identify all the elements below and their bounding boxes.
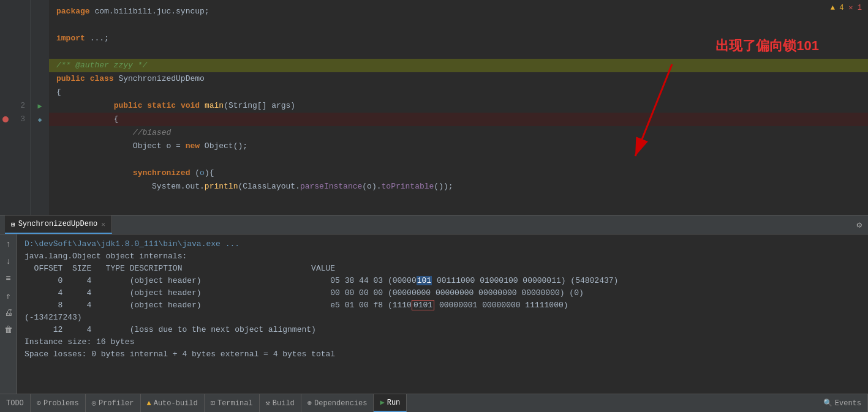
gutter-10 <box>31 126 49 140</box>
editor-area: ▲ 4 ✕ 1 2 3 <box>0 0 868 215</box>
code-line-12 <box>49 153 868 167</box>
terminal-line-4: 0 4 (object header) 05 38 44 03 (0000010… <box>25 275 861 287</box>
events-search[interactable]: 🔍 Events <box>817 394 868 412</box>
gear-icon[interactable]: ⚙ <box>857 220 862 230</box>
code-line-9: { <box>49 113 868 126</box>
terminal-line-10: Space losses: 0 bytes internal + 4 bytes… <box>25 348 861 361</box>
gutter-6 <box>31 72 49 86</box>
terminal-header: ⊞ SynchronizedUpDemo ✕ ⚙ <box>0 215 868 234</box>
line-num-8: 2 <box>0 99 30 113</box>
line-num-2 <box>0 18 30 32</box>
profiler-label: Profiler <box>99 399 134 408</box>
gutter: ▶ ◆ <box>31 0 49 215</box>
terminal-line-9: Instance size: 16 bytes <box>25 336 861 348</box>
print-icon[interactable]: 🖨 <box>2 307 15 319</box>
boxed-101: 0101 <box>412 300 434 310</box>
code-line-3: import ...; <box>49 32 868 45</box>
code-line-2 <box>49 18 868 32</box>
terminal-tab-syncup[interactable]: ⊞ SynchronizedUpDemo ✕ <box>5 215 112 234</box>
gutter-9: ◆ <box>31 113 49 126</box>
build-label: Build <box>273 399 295 408</box>
terminal-line-3: OFFSET SIZE TYPE DESCRIPTION VALUE <box>25 263 861 275</box>
breakpoint-indicator <box>2 116 9 122</box>
code-line-14: System.out.println(ClassLayout.parseInst… <box>49 180 868 193</box>
line-num-10 <box>0 126 30 140</box>
line-num-4 <box>0 45 30 59</box>
profiler-tab[interactable]: ◎ Profiler <box>86 394 141 412</box>
line-num-6 <box>0 72 30 86</box>
problems-tab[interactable]: ⊙ Problems <box>31 394 86 412</box>
build-tab[interactable]: ⚒ Build <box>260 394 301 412</box>
dependencies-icon: ⊛ <box>308 399 312 408</box>
line-num-12 <box>0 153 30 167</box>
terminal-line-2: java.lang.Object object internals: <box>25 250 861 263</box>
highlighted-101: 101 <box>417 276 432 285</box>
code-line-6: public class SynchronizedUpDemo <box>49 72 868 86</box>
line-num-11 <box>0 140 30 153</box>
autobuild-tab[interactable]: ▲ Auto-build <box>141 394 205 412</box>
status-bar: TODO ⊙ Problems ◎ Profiler ▲ Auto-build … <box>0 394 868 412</box>
gutter-2 <box>31 18 49 32</box>
line-num-5 <box>0 59 30 72</box>
run-tab[interactable]: ▶ Run <box>374 394 407 412</box>
terminal-label: Terminal <box>217 399 253 408</box>
todo-label: TODO <box>6 399 24 408</box>
terminal-tab-close[interactable]: ✕ <box>101 220 105 228</box>
gutter-4 <box>31 45 49 59</box>
events-label: Events <box>835 399 861 408</box>
line-num-14 <box>0 180 30 193</box>
line-num-1 <box>0 5 30 18</box>
gutter-5 <box>31 59 49 72</box>
code-line-8: public static void main(String[] args) <box>49 99 868 113</box>
soft-wrap-icon[interactable]: ≡ <box>2 272 15 285</box>
autobuild-label: Auto-build <box>154 399 198 408</box>
terminal-content: D:\devSoft\Java\jdk1.8.0_111\bin\java.ex… <box>17 234 868 394</box>
terminal-tab-icon: ⊞ <box>11 220 15 228</box>
line-num-3 <box>0 32 30 45</box>
run-icon: ▶ <box>380 398 384 407</box>
problems-icon: ⊙ <box>37 399 41 408</box>
profiler-icon: ◎ <box>92 399 96 408</box>
problems-label: Problems <box>43 399 79 408</box>
line-num-13 <box>0 167 30 180</box>
gutter-1 <box>31 5 49 18</box>
delete-icon[interactable]: 🗑 <box>2 324 15 336</box>
terminal-icon: ⊡ <box>211 399 215 408</box>
terminal-line-1: D:\devSoft\Java\jdk1.8.0_111\bin\java.ex… <box>25 238 861 250</box>
autobuild-icon: ▲ <box>147 399 151 408</box>
code-line-4 <box>49 45 868 59</box>
code-lines: package com.bilibili.juc.syncup; import … <box>49 0 868 215</box>
run-label: Run <box>387 399 401 407</box>
code-line-1: package com.bilibili.juc.syncup; <box>49 5 868 18</box>
gutter-run-2[interactable]: ▶ <box>31 99 49 113</box>
dependencies-label: Dependencies <box>314 399 367 408</box>
align-icon[interactable]: ⇑ <box>2 290 15 302</box>
code-line-7: { <box>49 86 868 99</box>
scroll-up-icon[interactable]: ↑ <box>2 238 15 250</box>
top-right-indicators: ▲ 4 ✕ 1 <box>831 3 862 12</box>
terminal-line-5: 4 4 (object header) 00 00 00 00 (0000000… <box>25 287 861 299</box>
code-container: 2 3 ▶ ◆ <box>0 0 868 215</box>
gutter-11 <box>31 140 49 153</box>
warning-count: ▲ 4 <box>831 4 844 12</box>
terminal-line-6: 8 4 (object header) e5 01 00 f8 (1110010… <box>25 299 861 312</box>
line-num-7 <box>0 86 30 99</box>
error-count: ✕ 1 <box>848 3 862 12</box>
todo-tab[interactable]: TODO <box>0 394 31 412</box>
scroll-down-icon[interactable]: ↓ <box>2 255 15 268</box>
gutter-12 <box>31 153 49 167</box>
gutter-14 <box>31 180 49 193</box>
kw-package: package <box>56 5 90 18</box>
terminal-tab-label: SynchronizedUpDemo <box>18 220 98 228</box>
build-icon: ⚒ <box>266 399 270 408</box>
terminal-output: ↑ ↓ ≡ ⇑ 🖨 🗑 D:\devSoft\Java\jdk1.8.0_111… <box>0 234 868 394</box>
gutter-3 <box>31 32 49 45</box>
code-line-5: /** @auther zzyy */ <box>49 59 868 72</box>
gutter-13 <box>31 167 49 180</box>
dependencies-tab[interactable]: ⊛ Dependencies <box>301 394 374 412</box>
code-line-10: //biased <box>49 126 868 140</box>
code-line-11: Object o = new Object(); <box>49 140 868 153</box>
terminal-tab-bottom[interactable]: ⊡ Terminal <box>205 394 260 412</box>
search-icon: 🔍 <box>823 399 832 408</box>
terminal-sidebar: ↑ ↓ ≡ ⇑ 🖨 🗑 <box>0 234 17 394</box>
